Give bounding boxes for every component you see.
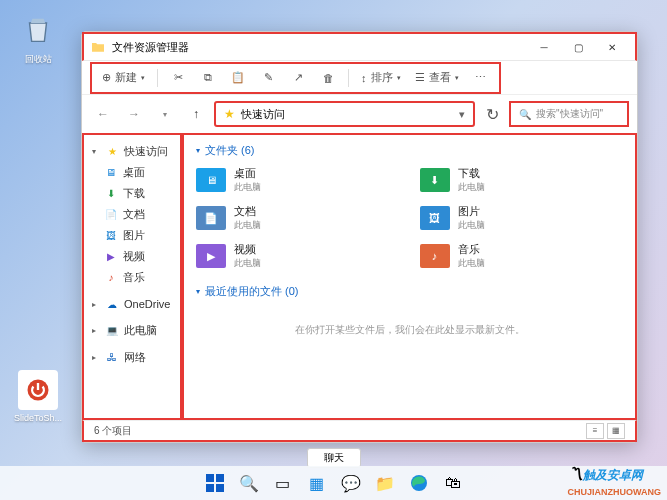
maximize-button[interactable]: ▢ [561, 34, 595, 60]
taskview-button[interactable]: ▭ [268, 468, 298, 498]
desktop-icon-label: 回收站 [8, 53, 68, 66]
search-placeholder: 搜索"快速访问" [536, 107, 603, 121]
more-button[interactable]: ⋯ [467, 66, 495, 90]
network-icon: 🖧 [105, 351, 119, 365]
cut-icon: ✂ [174, 71, 183, 84]
store-button[interactable]: 🛍 [438, 468, 468, 498]
taskview-icon: ▭ [275, 474, 290, 493]
cut-button[interactable]: ✂ [164, 66, 192, 90]
search-button[interactable]: 🔍 [234, 468, 264, 498]
sidebar-item-desktop[interactable]: 🖥桌面 [88, 162, 176, 183]
paste-icon: 📋 [231, 71, 245, 84]
power-icon [18, 370, 58, 410]
folder-item-desktop[interactable]: 🖥桌面此电脑 [196, 166, 400, 194]
search-icon: 🔍 [239, 474, 259, 493]
widgets-icon: ▦ [309, 474, 324, 493]
desktop-icon-recycle[interactable]: 回收站 [8, 10, 68, 66]
folder-item-music[interactable]: ♪音乐此电脑 [420, 242, 624, 270]
star-icon: ★ [105, 145, 119, 159]
desktop-icon-slidetosh[interactable]: SlideToSh... [8, 370, 68, 423]
recent-empty-message: 在你打开某些文件后，我们会在此处显示最新文件。 [196, 307, 623, 353]
address-label: 快速访问 [241, 107, 285, 122]
music-icon: ♪ [104, 271, 118, 285]
recycle-bin-icon [18, 10, 58, 50]
address-bar[interactable]: ★ 快速访问 ▾ [214, 101, 475, 127]
watermark: 〽触及安卓网 CHUJIANZHUOWANG [568, 465, 662, 498]
sidebar-item-quick[interactable]: ▾★快速访问 [88, 141, 176, 162]
status-count: 6 个项目 [94, 424, 132, 438]
file-explorer-window: 文件资源管理器 ─ ▢ ✕ ⊕新建▾ ✂ ⧉ 📋 ✎ ↗ 🗑 ↕排序▾ ☰查看▾… [81, 31, 638, 443]
address-row: ← → ▾ ↑ ★ 快速访问 ▾ ↻ 🔍 搜索"快速访问" [82, 95, 637, 133]
download-icon: ⬇ [104, 187, 118, 201]
chat-icon: 💬 [341, 474, 361, 493]
star-icon: ★ [224, 107, 235, 121]
svg-rect-1 [206, 474, 214, 482]
share-button[interactable]: ↗ [284, 66, 312, 90]
folder-item-documents[interactable]: 📄文档此电脑 [196, 204, 400, 232]
delete-button[interactable]: 🗑 [314, 66, 342, 90]
start-button[interactable] [200, 468, 230, 498]
titlebar[interactable]: 文件资源管理器 ─ ▢ ✕ [82, 32, 637, 61]
chevron-down-icon: ▾ [196, 287, 200, 296]
svg-rect-2 [216, 474, 224, 482]
pc-icon: 💻 [105, 324, 119, 338]
downloads-folder-icon: ⬇ [420, 168, 450, 192]
folder-item-pictures[interactable]: 🖼图片此电脑 [420, 204, 624, 232]
chat-tooltip: 聊天 [307, 448, 361, 468]
chevron-down-icon: ▾ [459, 108, 465, 121]
back-button[interactable]: ← [90, 101, 116, 127]
sidebar-item-videos[interactable]: ▶视频 [88, 246, 176, 267]
folder-item-videos[interactable]: ▶视频此电脑 [196, 242, 400, 270]
view-icon: ☰ [415, 71, 425, 84]
sidebar-item-pictures[interactable]: 🖼图片 [88, 225, 176, 246]
video-icon: ▶ [104, 250, 118, 264]
sidebar-item-music[interactable]: ♪音乐 [88, 267, 176, 288]
sort-button[interactable]: ↕排序▾ [355, 66, 407, 90]
paste-button[interactable]: 📋 [224, 66, 252, 90]
close-button[interactable]: ✕ [595, 34, 629, 60]
toolbar: ⊕新建▾ ✂ ⧉ 📋 ✎ ↗ 🗑 ↕排序▾ ☰查看▾ ⋯ [82, 61, 637, 95]
chat-button[interactable]: 💬 [336, 468, 366, 498]
documents-folder-icon: 📄 [196, 206, 226, 230]
svg-rect-3 [206, 484, 214, 492]
svg-rect-4 [216, 484, 224, 492]
details-view-button[interactable]: ≡ [586, 423, 604, 439]
copy-icon: ⧉ [204, 71, 212, 84]
sidebar-item-downloads[interactable]: ⬇下载 [88, 183, 176, 204]
sidebar: ▾★快速访问 🖥桌面 ⬇下载 📄文档 🖼图片 ▶视频 ♪音乐 ▸☁OneDriv… [82, 133, 182, 420]
document-icon: 📄 [104, 208, 118, 222]
explorer-button[interactable]: 📁 [370, 468, 400, 498]
edge-button[interactable] [404, 468, 434, 498]
desktop-icon-label: SlideToSh... [8, 413, 68, 423]
content-area: ▾文件夹 (6) 🖥桌面此电脑 ⬇下载此电脑 📄文档此电脑 🖼图片此电脑 ▶视频… [182, 133, 637, 420]
folders-section-header[interactable]: ▾文件夹 (6) [196, 143, 623, 158]
sort-icon: ↕ [361, 72, 367, 84]
view-button[interactable]: ☰查看▾ [409, 66, 465, 90]
plus-icon: ⊕ [102, 71, 111, 84]
search-input[interactable]: 🔍 搜索"快速访问" [509, 101, 629, 127]
videos-folder-icon: ▶ [196, 244, 226, 268]
music-folder-icon: ♪ [420, 244, 450, 268]
folder-icon [90, 39, 106, 55]
new-button[interactable]: ⊕新建▾ [96, 66, 151, 90]
recent-section-header[interactable]: ▾最近使用的文件 (0) [196, 284, 623, 299]
minimize-button[interactable]: ─ [527, 34, 561, 60]
store-icon: 🛍 [445, 474, 461, 492]
sidebar-item-documents[interactable]: 📄文档 [88, 204, 176, 225]
folder-item-downloads[interactable]: ⬇下载此电脑 [420, 166, 624, 194]
copy-button[interactable]: ⧉ [194, 66, 222, 90]
sidebar-item-onedrive[interactable]: ▸☁OneDrive [88, 294, 176, 314]
search-icon: 🔍 [519, 109, 531, 120]
icons-view-button[interactable]: ▦ [607, 423, 625, 439]
rename-button[interactable]: ✎ [254, 66, 282, 90]
up-button[interactable]: ↑ [183, 101, 209, 127]
widgets-button[interactable]: ▦ [302, 468, 332, 498]
sidebar-item-thispc[interactable]: ▸💻此电脑 [88, 320, 176, 341]
chevron-down-icon[interactable]: ▾ [152, 101, 178, 127]
desktop-folder-icon: 🖥 [196, 168, 226, 192]
forward-button[interactable]: → [121, 101, 147, 127]
sidebar-item-network[interactable]: ▸🖧网络 [88, 347, 176, 368]
status-bar: 6 个项目 ≡ ▦ [82, 420, 637, 442]
pictures-folder-icon: 🖼 [420, 206, 450, 230]
refresh-button[interactable]: ↻ [480, 102, 504, 126]
